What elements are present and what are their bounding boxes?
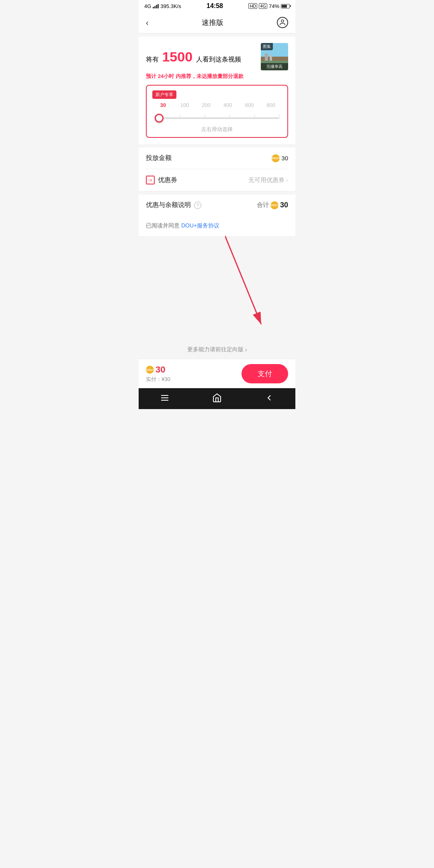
slider-mark-0: 30 — [152, 102, 174, 108]
signal-4g: 4G — [259, 3, 267, 9]
network-speed: 395.3K/s — [160, 3, 181, 9]
new-user-badge: 新户专享 — [152, 90, 176, 99]
total-section: 优惠与余额说明 ? 合计 DOU+ 30 — [139, 194, 295, 216]
chevron-icon: › — [286, 177, 288, 183]
bottom-price-value: 30 — [156, 364, 165, 375]
hd-label: HD — [248, 3, 257, 9]
slider-mark-4: 600 — [239, 102, 260, 108]
thumb-top-label: 图集 — [261, 43, 273, 50]
audience-prefix: 将有 — [146, 56, 159, 63]
more-link[interactable]: 更多能力请前往定向版 › — [139, 340, 295, 359]
status-right: HD 4G 74% — [248, 3, 290, 9]
bottom-price-sub: 实付：¥30 — [146, 376, 170, 383]
bottom-coin-icon: DOU+ — [146, 366, 154, 374]
slider-thumb[interactable] — [155, 114, 164, 123]
coupon-row[interactable]: ≡ 优惠券 无可用优惠券 › — [146, 169, 288, 191]
svg-line-2 — [225, 236, 261, 324]
status-left: 4G 395.3K/s — [144, 3, 181, 9]
slider-mark-5: 800 — [260, 102, 282, 108]
audience-suffix: 人看到这条视频 — [196, 56, 241, 63]
battery-icon — [281, 4, 290, 8]
dou-coin-icon: DOU+ — [272, 154, 280, 162]
more-chevron: › — [245, 346, 247, 353]
thumb-bottom-label: 完播率高 — [261, 63, 288, 70]
pay-button[interactable]: 支付 — [242, 364, 288, 383]
coupon-label: ≡ 优惠券 — [146, 176, 177, 184]
nav-back-icon[interactable] — [264, 392, 275, 403]
total-coin-icon: DOU+ — [270, 201, 278, 209]
main-card: 将有 1500 人看到这条视频 图集 完播率高 预计 24小时 内推荐，未达播放… — [139, 37, 295, 144]
status-bar: 4G 395.3K/s 14:58 HD 4G 74% — [139, 0, 295, 12]
agreement-row: 已阅读并同意 DOU+服务协议 — [139, 216, 295, 236]
clock: 14:58 — [207, 2, 223, 10]
nav-home-icon[interactable] — [211, 392, 223, 403]
audience-text-block: 将有 1500 人看到这条视频 — [146, 49, 241, 65]
total-row: 优惠与余额说明 ? 合计 DOU+ 30 — [146, 194, 288, 216]
video-thumbnail[interactable]: 图集 完播率高 — [261, 43, 288, 70]
price-top: DOU+ 30 — [146, 364, 170, 375]
svg-point-0 — [281, 20, 284, 22]
amount-row: 投放金额 DOU+ 30 — [146, 147, 288, 169]
bottom-bar: DOU+ 30 实付：¥30 支付 — [139, 359, 295, 388]
info-section: 投放金额 DOU+ 30 ≡ 优惠券 无可用优惠券 › — [139, 147, 295, 191]
sub-text: 预计 24小时 内推荐，未达播放量部分退款 — [146, 73, 288, 80]
slider-track-container[interactable] — [152, 112, 282, 124]
slider-section: 新户专享 30 100 200 400 600 800 左右滑动选择 — [146, 85, 288, 138]
slider-mark-1: 100 — [174, 102, 196, 108]
amount-value: DOU+ 30 — [272, 154, 288, 162]
nav-menu-icon[interactable] — [159, 392, 170, 403]
signal-label: 4G — [144, 3, 151, 9]
amount-label: 投放金额 — [146, 154, 172, 162]
slider-mark-2: 200 — [195, 102, 217, 108]
total-value: 合计 DOU+ 30 — [257, 201, 288, 209]
coupon-value: 无可用优惠券 › — [248, 176, 288, 184]
signal-bars — [153, 4, 159, 8]
slider-track — [155, 117, 279, 119]
red-arrow — [225, 236, 281, 332]
help-icon[interactable]: ? — [194, 202, 201, 209]
coupon-icon: ≡ — [146, 176, 155, 184]
nav-bar — [139, 388, 295, 409]
price-section: DOU+ 30 实付：¥30 — [146, 364, 170, 383]
slider-mark-3: 400 — [217, 102, 239, 108]
battery-percent: 74% — [269, 3, 279, 9]
annotation-area — [139, 236, 295, 340]
audience-line: 将有 1500 人看到这条视频 — [146, 49, 241, 65]
slider-hint: 左右滑动选择 — [152, 126, 282, 133]
audience-count: 1500 — [162, 49, 192, 64]
slider-marks: 30 100 200 400 600 800 — [152, 102, 282, 108]
back-button[interactable]: ‹ — [146, 18, 149, 27]
discount-label: 优惠与余额说明 ? — [146, 201, 201, 209]
divider — [146, 191, 288, 191]
page-title: 速推版 — [202, 18, 223, 27]
profile-button[interactable] — [277, 17, 288, 28]
header: ‹ 速推版 — [139, 12, 295, 33]
sub-highlight: 24小时 — [158, 73, 174, 79]
audience-row: 将有 1500 人看到这条视频 图集 完播率高 — [146, 43, 288, 70]
agreement-link[interactable]: DOU+服务协议 — [181, 222, 219, 229]
